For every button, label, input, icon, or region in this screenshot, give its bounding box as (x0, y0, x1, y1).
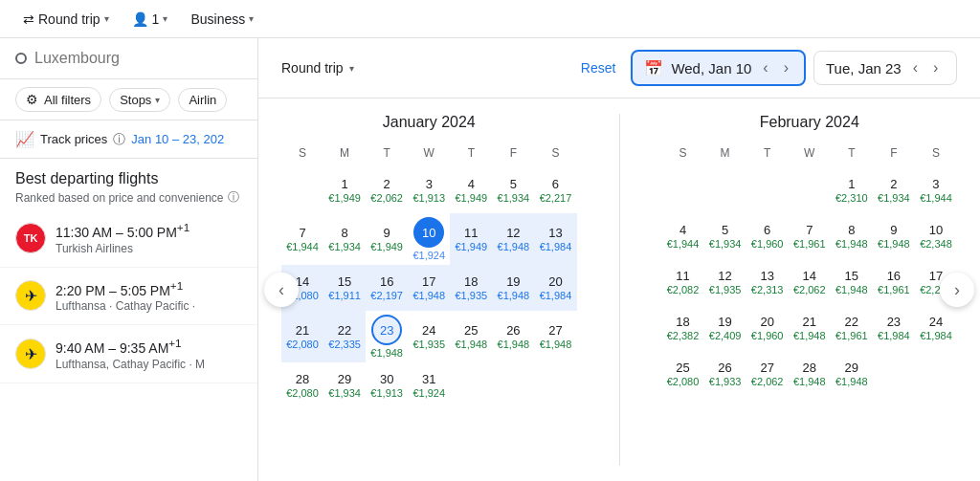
day-cell[interactable]: 7€1,961 (789, 213, 831, 259)
best-flights-info-icon[interactable]: ⓘ (228, 189, 239, 206)
class-button[interactable]: Business ▾ (183, 8, 261, 31)
day-cell[interactable]: 27€1,948 (534, 311, 576, 362)
day-cell[interactable]: 17€1,948 (408, 265, 450, 311)
day-number: 3 (426, 178, 433, 190)
day-cell (450, 362, 492, 408)
end-date-prev-button[interactable]: ‹ (909, 57, 922, 78)
day-cell[interactable]: 22€1,961 (831, 305, 873, 351)
day-cell[interactable]: 28€1,948 (789, 351, 831, 397)
day-cell[interactable]: 24€1,935 (408, 311, 450, 362)
end-date-picker[interactable]: Tue, Jan 23 ‹ › (813, 51, 957, 85)
day-cell[interactable]: 10€2,348 (915, 213, 957, 259)
day-cell[interactable]: 11€1,949 (450, 213, 492, 265)
day-cell[interactable]: 15€1,911 (323, 265, 366, 311)
passengers-label: 1 (152, 11, 160, 27)
day-cell[interactable]: 13€2,313 (746, 259, 789, 305)
day-cell[interactable]: 27€2,062 (746, 351, 789, 397)
day-number: 16 (887, 270, 901, 282)
day-price: €2,217 (540, 192, 572, 204)
day-cell[interactable]: 16€2,197 (366, 265, 408, 311)
day-cell[interactable]: 26€1,933 (704, 351, 746, 397)
day-cell[interactable]: 21€1,948 (789, 305, 831, 351)
day-cell[interactable]: 14€2,062 (789, 259, 831, 305)
day-cell[interactable]: 18€1,935 (450, 265, 492, 311)
day-cell[interactable]: 25€1,948 (450, 311, 492, 362)
flight-item[interactable]: TK 11:30 AM – 5:00 PM+1 Turkish Airlines (0, 209, 257, 268)
day-cell[interactable]: 4€1,944 (662, 213, 704, 259)
day-cell[interactable]: 5€1,934 (492, 167, 534, 213)
day-header: F (873, 142, 915, 167)
day-cell[interactable]: 28€2,080 (281, 362, 323, 408)
end-date-next-button[interactable]: › (929, 57, 942, 78)
day-cell[interactable]: 8€1,934 (323, 213, 366, 265)
day-cell[interactable]: 2€2,062 (366, 167, 408, 213)
calendar-next-button[interactable]: › (940, 273, 974, 307)
day-cell[interactable]: 10€1,924 (408, 213, 450, 265)
day-cell[interactable]: 12€1,948 (492, 213, 534, 265)
day-cell[interactable]: 20€1,984 (534, 265, 576, 311)
calendar-round-trip-selector[interactable]: Round trip ▾ (281, 60, 354, 76)
flight-item[interactable]: ✈ 9:40 AM – 9:35 AM+1 Lufthansa, Cathay … (0, 325, 257, 383)
calendar-header-bar: Round trip ▾ Reset 📅 Wed, Jan 10 ‹ › Tue… (258, 38, 980, 98)
day-cell[interactable]: 1€1,949 (323, 167, 366, 213)
airlines-filter-button[interactable]: Airlin (178, 88, 227, 112)
day-cell[interactable]: 30€1,913 (366, 362, 408, 408)
day-cell[interactable]: 9€1,949 (366, 213, 408, 265)
day-cell[interactable]: 19€1,948 (492, 265, 534, 311)
day-cell[interactable]: 19€2,409 (704, 305, 746, 351)
day-cell[interactable]: 25€2,080 (662, 351, 704, 397)
day-header: S (281, 142, 323, 167)
search-input[interactable] (34, 50, 242, 67)
track-prices-info-icon[interactable]: ⓘ (113, 131, 125, 148)
day-cell[interactable]: 15€1,948 (831, 259, 873, 305)
day-cell[interactable]: 24€1,984 (915, 305, 957, 351)
all-filters-button[interactable]: ⚙ All filters (15, 87, 101, 112)
day-number: 8 (848, 224, 855, 236)
start-date-next-button[interactable]: › (780, 57, 792, 78)
day-cell[interactable]: 29€1,934 (323, 362, 366, 408)
flight-list: TK 11:30 AM – 5:00 PM+1 Turkish Airlines… (0, 209, 257, 481)
day-number: 28 (803, 361, 816, 374)
reset-button[interactable]: Reset (581, 60, 616, 76)
day-cell[interactable]: 23€1,948 (366, 311, 408, 362)
day-cell[interactable]: 6€2,217 (534, 167, 576, 213)
day-cell[interactable]: 8€1,948 (831, 213, 873, 259)
day-price: €2,310 (835, 192, 868, 204)
day-cell[interactable]: 13€1,984 (534, 213, 576, 265)
day-cell[interactable]: 2€1,934 (873, 167, 915, 213)
calendar-prev-button[interactable]: ‹ (264, 273, 299, 307)
day-cell[interactable]: 9€1,948 (873, 213, 915, 259)
day-cell[interactable]: 6€1,960 (746, 213, 789, 259)
day-cell[interactable]: 26€1,948 (492, 311, 534, 362)
day-number: 6 (552, 178, 559, 190)
day-price: €1,935 (455, 290, 487, 301)
flight-item[interactable]: ✈ 2:20 PM – 5:05 PM+1 Lufthansa · Cathay… (0, 268, 257, 326)
start-date-picker[interactable]: 📅 Wed, Jan 10 ‹ › (631, 50, 806, 86)
day-cell[interactable]: 4€1,949 (450, 167, 492, 213)
day-cell[interactable]: 31€1,924 (408, 362, 450, 408)
day-cell[interactable]: 16€1,961 (873, 259, 915, 305)
day-price: €1,944 (667, 238, 700, 250)
day-price: €1,948 (878, 238, 910, 250)
calendar-body: ‹ January 2024SMTWTFS1€1,9492€2,0623€1,9… (258, 98, 980, 481)
day-cell[interactable]: 23€1,984 (873, 305, 915, 351)
day-cell[interactable]: 29€1,948 (831, 351, 873, 397)
day-cell[interactable]: 5€1,934 (704, 213, 746, 259)
start-date-prev-button[interactable]: ‹ (759, 57, 771, 78)
day-cell[interactable]: 21€2,080 (281, 311, 323, 362)
passengers-button[interactable]: 👤 1 ▾ (124, 8, 176, 31)
day-cell[interactable]: 22€2,335 (323, 311, 366, 362)
day-cell[interactable]: 18€2,382 (662, 305, 704, 351)
day-cell[interactable]: 20€1,960 (746, 305, 789, 351)
day-cell[interactable]: 12€1,935 (704, 259, 746, 305)
stops-filter-button[interactable]: Stops ▾ (109, 88, 170, 112)
track-prices-label: Track prices (40, 132, 107, 146)
day-cell[interactable]: 3€1,944 (915, 167, 957, 213)
round-trip-button[interactable]: ⇄ Round trip ▾ (15, 8, 117, 31)
day-cell[interactable]: 11€2,082 (662, 259, 704, 305)
day-cell[interactable]: 7€1,944 (281, 213, 323, 265)
day-price: €1,924 (412, 250, 445, 261)
day-price: €1,948 (455, 339, 487, 350)
day-cell[interactable]: 1€2,310 (831, 167, 873, 213)
day-cell[interactable]: 3€1,913 (408, 167, 450, 213)
